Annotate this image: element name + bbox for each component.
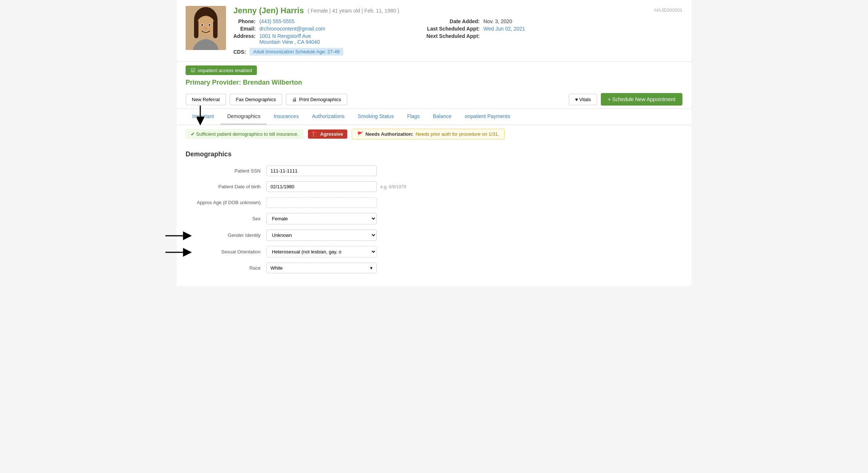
last-appt-value: Wed Jun 02, 2021 xyxy=(484,26,647,32)
action-buttons: New Referral Fax Demographics 🖨 Print De… xyxy=(177,90,691,109)
race-label: Race xyxy=(186,265,266,271)
tab-smoking-status[interactable]: Smoking Status xyxy=(351,109,401,125)
next-appt-label: Next Scheduled Appt: xyxy=(427,33,480,45)
patient-avatar xyxy=(186,6,226,50)
address-value: 1001 N Rengstorff Ave Mountain View , CA… xyxy=(259,33,423,45)
tab-insurances[interactable]: Insurances xyxy=(267,109,305,125)
tab-important[interactable]: Important xyxy=(186,109,220,125)
needs-auth-label: Needs Authorization: xyxy=(365,131,413,137)
new-referral-container: New Referral xyxy=(186,94,226,105)
patient-name: Jenny (Jen) Harris xyxy=(233,6,304,15)
alert-sufficient-demographics: ✔ Sufficient patient demographics to bil… xyxy=(186,129,304,139)
sexual-orientation-select[interactable]: Heterosexual (not lesbian, gay, o Homose… xyxy=(266,246,377,257)
phone-value: (443) 555-5555 xyxy=(259,18,423,24)
email-value: drchronocontent@gmail.com xyxy=(259,26,423,32)
last-appt-label: Last Scheduled Appt: xyxy=(427,26,480,32)
cds-label: CDS: xyxy=(233,49,246,55)
svg-point-2 xyxy=(196,16,215,36)
tab-onpatient-payments[interactable]: onpatient Payments xyxy=(458,109,517,125)
svg-point-9 xyxy=(205,28,207,29)
access-badge: ☑ onpatient access enabled xyxy=(186,65,257,75)
sexual-orientation-label: Sexual Orientation xyxy=(186,249,266,255)
email-label: Email: xyxy=(233,26,256,32)
demographics-title: Demographics xyxy=(186,150,682,158)
sex-label: Sex xyxy=(186,216,266,221)
print-demographics-button[interactable]: 🖨 Print Demographics xyxy=(286,94,347,105)
sex-row: Sex Female Male Other xyxy=(186,213,682,224)
approx-age-row: Approx Age (if DOB unknown) xyxy=(186,197,682,208)
dob-input[interactable] xyxy=(266,181,377,192)
fax-demographics-button[interactable]: Fax Demographics xyxy=(230,94,282,105)
cds-badge: Adult Immunization Schedule Age: 27-49 xyxy=(250,48,343,56)
dob-row: Patient Date of birth e.g. 8/8/1979 xyxy=(186,181,682,192)
schedule-button[interactable]: + Schedule New Appointment xyxy=(601,93,682,106)
primary-provider: Primary Provider: Brendan Wilberton xyxy=(177,77,691,90)
tab-balance[interactable]: Balance xyxy=(426,109,458,125)
phone-label: Phone: xyxy=(233,18,256,24)
svg-point-8 xyxy=(209,24,211,26)
svg-rect-3 xyxy=(194,20,198,38)
cds-row: CDS: Adult Immunization Schedule Age: 27… xyxy=(233,48,647,56)
alert-aggressive: 🚩 Agressive xyxy=(308,129,347,139)
ssn-input[interactable] xyxy=(266,166,377,176)
check-icon: ☑ xyxy=(191,67,196,73)
gender-identity-row: Gender Identity Unknown Male Female Non-… xyxy=(186,230,682,241)
page-wrapper: Jenny (Jen) Harris ( Female | 41 years o… xyxy=(177,0,691,286)
dob-hint: e.g. 8/8/1979 xyxy=(380,184,406,189)
new-referral-button[interactable]: New Referral xyxy=(186,94,226,105)
patient-info: Jenny (Jen) Harris ( Female | 41 years o… xyxy=(233,6,647,56)
alerts-row: ✔ Sufficient patient demographics to bil… xyxy=(177,125,691,143)
access-section: ☑ onpatient access enabled xyxy=(177,62,691,77)
approx-age-input[interactable] xyxy=(266,197,377,208)
flag-icon: 🚩 xyxy=(312,131,318,137)
race-row: Race White ▾ xyxy=(186,263,682,273)
vitals-button[interactable]: ♥ Vitals xyxy=(569,94,597,105)
patient-meta: ( Female | 41 years old | Feb. 11, 1980 … xyxy=(308,8,399,14)
date-added-label: Date Added: xyxy=(427,18,480,24)
sexual-orientation-row: Sexual Orientation Heterosexual (not les… xyxy=(186,246,682,257)
race-button[interactable]: White ▾ xyxy=(266,263,377,273)
ssn-label: Patient SSN xyxy=(186,168,266,174)
access-label: onpatient access enabled xyxy=(198,68,252,73)
alert-needs-auth: 🚩 Needs Authorization: Needs prior auth … xyxy=(352,129,505,139)
right-buttons: ♥ Vitals + Schedule New Appointment xyxy=(569,93,682,106)
patient-details: Phone: (443) 555-5555 Date Added: Nov. 3… xyxy=(233,18,647,45)
tabs-nav: Important Demographics Insurances Author… xyxy=(177,109,691,125)
patient-id: HAJE000001 xyxy=(654,6,682,13)
patient-header: Jenny (Jen) Harris ( Female | 41 years o… xyxy=(177,0,691,62)
svg-point-7 xyxy=(201,24,203,26)
tab-flags[interactable]: Flags xyxy=(401,109,426,125)
dropdown-icon: ▾ xyxy=(370,265,373,271)
next-appt-value xyxy=(484,33,647,45)
gender-identity-label: Gender Identity xyxy=(186,232,266,238)
approx-age-label: Approx Age (if DOB unknown) xyxy=(186,200,266,205)
warning-icon: 🚩 xyxy=(357,131,363,137)
aggressive-label: Agressive xyxy=(320,131,343,137)
ssn-row: Patient SSN xyxy=(186,166,682,176)
sex-select[interactable]: Female Male Other xyxy=(266,213,377,224)
race-value: White xyxy=(270,265,283,271)
address-label: Address: xyxy=(233,33,256,45)
printer-icon: 🖨 xyxy=(292,97,297,102)
gender-identity-select[interactable]: Unknown Male Female Non-binary Other xyxy=(266,230,377,241)
dob-label: Patient Date of birth xyxy=(186,184,266,189)
needs-auth-text: Needs prior auth for procedure on 1/31. xyxy=(416,131,499,137)
date-added-value: Nov. 3, 2020 xyxy=(484,18,647,24)
demographics-section: Demographics Patient SSN Patient Date of… xyxy=(177,143,691,286)
tab-demographics[interactable]: Demographics xyxy=(220,109,267,125)
patient-name-line: Jenny (Jen) Harris ( Female | 41 years o… xyxy=(233,6,647,15)
svg-rect-4 xyxy=(213,20,218,38)
tab-authorizations[interactable]: Authorizations xyxy=(305,109,351,125)
